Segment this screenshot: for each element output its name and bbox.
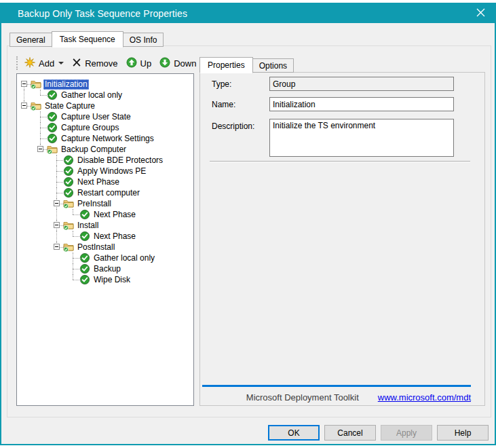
tree-item-gather-local-only[interactable]: Gather local only xyxy=(17,90,193,100)
tree-item-label: Next Phase xyxy=(92,231,137,242)
tree-expand-toggle[interactable] xyxy=(54,244,60,250)
tree-expand-toggle[interactable] xyxy=(21,102,27,109)
tree-connector xyxy=(17,220,33,231)
tree-connector xyxy=(66,253,82,263)
mdt-link[interactable]: www.microsoft.com/mdt xyxy=(378,392,471,403)
tree-connector xyxy=(33,133,50,144)
tree-item-backup-computer[interactable]: Backup Computer xyxy=(17,144,193,155)
tree-item-capture-network-settings[interactable]: Capture Network Settings xyxy=(17,133,193,144)
tree-item-wipe-disk[interactable]: Wipe Disk xyxy=(17,274,193,285)
tree-connector xyxy=(33,198,50,209)
tree-toolbar: Add Remove Up Down xyxy=(16,54,194,72)
tree-item-label: Install xyxy=(76,221,100,231)
tab-general[interactable]: General xyxy=(9,33,52,47)
tree-item-label: Next Phase xyxy=(76,177,121,187)
main-tab-strip: General Task Sequence OS Info xyxy=(9,31,163,47)
type-label: Type: xyxy=(212,79,231,89)
task-sequence-tree[interactable]: InitializationGather local onlyState Cap… xyxy=(16,73,194,406)
tree-item-label: Restart computer xyxy=(76,188,141,198)
tree-expand-toggle[interactable] xyxy=(21,81,27,87)
tree-item-backup[interactable]: Backup xyxy=(17,263,193,274)
tree-item-initialization[interactable]: Initialization xyxy=(17,79,193,90)
tree-item-install[interactable]: Install xyxy=(17,220,193,231)
ok-button[interactable]: OK xyxy=(268,425,320,441)
tree-item-postinstall[interactable]: PostInstall xyxy=(17,242,193,253)
tree-item-label: Backup xyxy=(92,264,122,274)
help-button[interactable]: Help xyxy=(437,425,489,441)
titlebar[interactable]: Backup Only Task Sequence Properties xyxy=(1,4,495,23)
tree-connector xyxy=(50,209,66,220)
tree-item-restart-computer[interactable]: Restart computer xyxy=(17,187,193,198)
down-button[interactable]: Down xyxy=(159,57,196,70)
window-title: Backup Only Task Sequence Properties xyxy=(18,8,472,19)
tree-connector xyxy=(33,90,50,100)
tree-connector xyxy=(50,274,66,285)
tree-item-label: Gather local only xyxy=(60,90,123,100)
tree-connector xyxy=(17,111,33,122)
name-field[interactable] xyxy=(269,97,454,111)
fields-separator xyxy=(210,161,470,162)
tree-item-state-capture[interactable]: State Capture xyxy=(17,100,193,111)
tree-connector xyxy=(66,231,82,242)
tree-connector xyxy=(33,144,50,155)
tree-item-label: State Capture xyxy=(43,101,96,111)
tree-item-disable-bde-protectors[interactable]: Disable BDE Protectors xyxy=(17,155,193,166)
tree-connector xyxy=(33,263,50,274)
tree-connector xyxy=(17,198,33,209)
cancel-button[interactable]: Cancel xyxy=(324,425,376,441)
tree-item-label: Capture Groups xyxy=(60,123,120,133)
tree-connector xyxy=(17,274,33,285)
close-button[interactable] xyxy=(472,5,489,22)
tree-connector xyxy=(50,155,66,166)
tree-connector xyxy=(33,231,50,242)
tree-connector xyxy=(17,263,33,274)
tree-item-apply-windows-pe[interactable]: Apply Windows PE xyxy=(17,166,193,176)
dialog-button-row: OK Cancel Apply Help xyxy=(268,425,489,441)
description-field[interactable]: Initialize the TS environment xyxy=(269,119,454,157)
tab-os-info[interactable]: OS Info xyxy=(123,33,164,47)
tree-connector xyxy=(17,122,33,133)
tab-options[interactable]: Options xyxy=(252,58,294,73)
apply-button[interactable]: Apply xyxy=(381,425,432,441)
tree-connector xyxy=(17,144,33,155)
tree-item-label: Capture User State xyxy=(60,112,132,122)
remove-x-icon xyxy=(72,58,81,69)
tree-item-next-phase[interactable]: Next Phase xyxy=(17,176,193,187)
tree-connector xyxy=(17,253,33,263)
tree-connector xyxy=(33,253,50,263)
tree-connector xyxy=(17,166,33,176)
tree-item-capture-groups[interactable]: Capture Groups xyxy=(17,122,193,133)
add-button[interactable]: Add xyxy=(24,57,64,70)
tree-item-label: Initialization xyxy=(43,79,89,90)
tree-connector xyxy=(66,263,82,274)
tree-item-label: PostInstall xyxy=(76,242,116,253)
tree-connector xyxy=(66,274,82,285)
tree-connector xyxy=(66,209,82,220)
tab-properties[interactable]: Properties xyxy=(199,57,253,73)
tree-item-preinstall[interactable]: PreInstall xyxy=(17,198,193,209)
tree-item-next-phase[interactable]: Next Phase xyxy=(17,209,193,220)
tab-task-sequence[interactable]: Task Sequence xyxy=(52,31,123,48)
tree-connector xyxy=(33,122,50,133)
description-label: Description: xyxy=(212,122,254,131)
tree-item-label: Apply Windows PE xyxy=(76,166,147,176)
tree-expand-toggle[interactable] xyxy=(54,222,60,228)
tree-item-label: Disable BDE Protectors xyxy=(76,155,164,166)
tree-item-capture-user-state[interactable]: Capture User State xyxy=(17,111,193,122)
remove-button[interactable]: Remove xyxy=(72,58,117,69)
tree-expand-toggle[interactable] xyxy=(54,200,60,206)
properties-tab-page: Type: Name: Description: Initialize the … xyxy=(199,72,485,406)
up-arrow-icon xyxy=(126,57,137,70)
up-button[interactable]: Up xyxy=(126,57,152,70)
tree-connector xyxy=(17,79,33,90)
tree-expand-toggle[interactable] xyxy=(37,146,43,152)
tree-connector xyxy=(50,220,66,231)
tree-item-gather-local-only[interactable]: Gather local only xyxy=(17,253,193,263)
tree-connector xyxy=(33,242,50,253)
tree-connector xyxy=(17,100,33,111)
tree-item-next-phase[interactable]: Next Phase xyxy=(17,231,193,242)
dialog-window: Backup Only Task Sequence Properties Gen… xyxy=(0,3,496,445)
tree-connector xyxy=(33,155,50,166)
footer-accent-rule xyxy=(202,385,471,387)
mdt-brand-text: Microsoft Deployment Toolkit xyxy=(246,392,359,403)
